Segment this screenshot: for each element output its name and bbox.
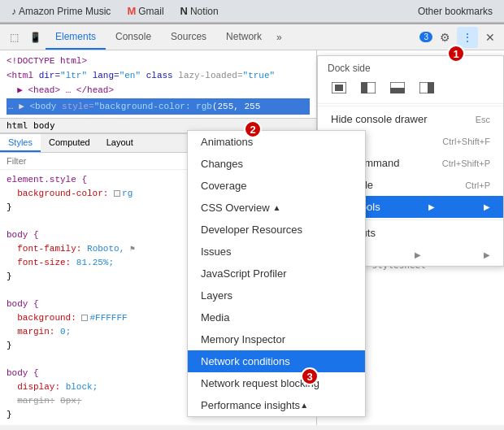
console-badge: 3	[419, 32, 432, 42]
tab-elements[interactable]: Elements	[46, 24, 106, 50]
undock-btn[interactable]	[328, 79, 350, 97]
annotation-2: 2	[244, 120, 262, 138]
html-doctype: <!DOCTYPE html>	[7, 54, 310, 68]
menu-shortcut: Ctrl+Shift+P	[442, 159, 490, 168]
submenu-label: Animations	[201, 136, 253, 148]
submenu-network-request-blocking[interactable]: Network request blocking	[188, 372, 365, 394]
submenu-animations[interactable]: Animations	[188, 131, 365, 153]
tab-styles[interactable]: Styles	[0, 134, 41, 152]
close-devtools-btn[interactable]: ✕	[480, 27, 501, 48]
css-overview-icon: ▲	[273, 203, 281, 212]
submenu-label: Media	[201, 311, 229, 324]
svg-rect-1	[335, 85, 343, 91]
devtools-right-controls: 3 ⚙ ⋮ ✕	[419, 27, 501, 48]
dock-right-btn[interactable]	[415, 79, 438, 97]
menu-hide-console[interactable]: Hide console drawer Esc	[318, 108, 503, 130]
bookmark-label: Gmail	[138, 6, 163, 17]
submenu-arrow-icon: ▶	[428, 202, 435, 211]
submenu-label: CSS Overview	[201, 202, 270, 214]
tab-console[interactable]: Console	[106, 24, 161, 50]
dock-icons	[328, 79, 493, 97]
more-options-btn[interactable]: ⋮	[457, 27, 478, 48]
device-toggle-btn[interactable]: 📱	[24, 27, 46, 48]
element-picker-btn[interactable]: ⬚	[3, 27, 24, 48]
submenu-label: Network conditions	[201, 355, 290, 367]
submenu-label: Coverage	[201, 180, 246, 192]
svg-rect-7	[428, 82, 434, 93]
bookmarks-bar: ♪ Amazon Prime Music M Gmail N Notion Ot…	[0, 0, 504, 23]
notion-icon: N	[180, 5, 188, 17]
submenu-network-conditions[interactable]: Network conditions	[188, 350, 365, 372]
bookmark-amazon[interactable]: ♪ Amazon Prime Music	[7, 4, 115, 19]
submenu-label: Developer Resources	[201, 224, 302, 236]
settings-btn[interactable]: ⚙	[434, 27, 455, 48]
annotation-1: 1	[447, 45, 465, 63]
browser-window: ♪ Amazon Prime Music M Gmail N Notion Ot…	[0, 0, 504, 430]
submenu-layers[interactable]: Layers	[188, 284, 365, 306]
submenu-label: JavaScript Profiler	[201, 267, 286, 280]
submenu-coverage[interactable]: Coverage	[188, 175, 365, 197]
bookmark-other[interactable]: Other bookmarks	[413, 4, 497, 19]
submenu-dev-resources[interactable]: Developer Resources	[188, 219, 365, 241]
menu-shortcut: Ctrl+Shift+F	[442, 137, 490, 146]
tab-sources[interactable]: Sources	[161, 24, 216, 50]
bookmark-label: Notion	[190, 6, 219, 17]
submenu-label: Changes	[201, 158, 243, 170]
submenu-issues[interactable]: Issues	[188, 241, 365, 263]
submenu-media[interactable]: Media	[188, 306, 365, 328]
menu-shortcut: Esc	[476, 115, 490, 124]
svg-rect-5	[390, 88, 405, 93]
html-tree[interactable]: <!DOCTYPE html> <html dir="ltr" lang="en…	[0, 50, 316, 118]
tab-computed[interactable]: Computed	[41, 134, 98, 152]
tab-network[interactable]: Network	[216, 24, 272, 50]
more-tabs-btn[interactable]: »	[272, 32, 287, 43]
html-body-selected[interactable]: … ▶ <body style="background-color: rgb(2…	[7, 98, 310, 115]
bookmark-gmail[interactable]: M Gmail	[122, 3, 168, 19]
devtools-tabs: Elements Console Sources Network »	[46, 24, 287, 50]
dock-left-btn[interactable]	[357, 79, 380, 97]
menu-shortcut: Ctrl+P	[465, 180, 490, 190]
annotation-3: 3	[301, 367, 319, 385]
gmail-icon: M	[127, 5, 136, 17]
amazon-icon: ♪	[11, 6, 16, 17]
submenu-label: Layers	[201, 289, 232, 302]
dock-side-section: Dock side	[318, 56, 503, 104]
bookmark-notion[interactable]: N Notion	[176, 3, 224, 19]
submenu-js-profiler[interactable]: JavaScript Profiler	[188, 263, 365, 284]
more-tools-submenu: Animations Changes Coverage CSS Overview…	[187, 130, 366, 417]
menu-label: Hide console drawer	[331, 113, 428, 125]
devtools-topbar: ⬚ 📱 Elements Console Sources Network » 3	[0, 24, 504, 50]
submenu-memory-inspector[interactable]: Memory Inspector	[188, 328, 365, 350]
submenu-performance-insights[interactable]: Performance insights ▲	[188, 394, 365, 416]
svg-rect-3	[361, 82, 367, 93]
dock-bottom-btn[interactable]	[386, 79, 409, 97]
help-arrow-icon: ▶	[415, 250, 421, 259]
submenu-css-overview[interactable]: CSS Overview ▲	[188, 197, 365, 219]
bookmark-label: Amazon Prime Music	[19, 6, 111, 17]
html-head: ▶ <head> … </head>	[7, 83, 310, 98]
submenu-label: Issues	[201, 245, 232, 258]
html-open: <html dir="ltr" lang="en" class lazy-loa…	[7, 68, 310, 83]
tab-layout[interactable]: Layout	[98, 134, 141, 152]
dock-side-label: Dock side	[328, 63, 493, 74]
perf-icon: ▲	[300, 401, 308, 410]
submenu-label: Memory Inspector	[201, 333, 285, 345]
submenu-changes[interactable]: Changes	[188, 153, 365, 175]
submenu-label: Performance insights	[201, 399, 300, 411]
other-bookmarks-label: Other bookmarks	[418, 6, 493, 17]
